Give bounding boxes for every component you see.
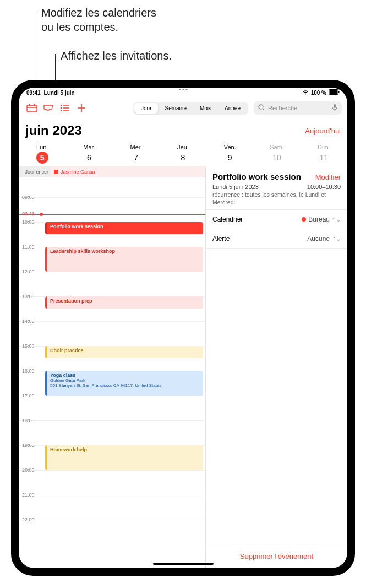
- seg-week[interactable]: Semaine: [158, 103, 193, 114]
- svg-line-16: [263, 109, 264, 110]
- seg-day[interactable]: Jour: [134, 103, 158, 114]
- hour-label: 17:00: [22, 393, 35, 398]
- detail-calendar-row[interactable]: Calendrier Bureau ⌃⌄: [206, 210, 347, 229]
- detail-alert-value: Aucune: [307, 235, 330, 242]
- hour-label: 18:00: [22, 418, 35, 423]
- event-yoga-class[interactable]: Yoga class Golden Gate Park 501 Stanyan …: [45, 371, 203, 396]
- month-header: juin 2023 Aujourd'hui: [19, 118, 347, 141]
- allday-event[interactable]: Jasmine Garcia: [51, 166, 205, 177]
- hour-label: 14:00: [22, 319, 35, 324]
- battery-text: 100 %: [311, 90, 326, 96]
- detail-alert-label: Alerte: [212, 235, 230, 242]
- svg-rect-5: [29, 104, 30, 106]
- weekday-mon[interactable]: Lun. 5: [19, 144, 65, 164]
- today-button[interactable]: Aujourd'hui: [305, 127, 341, 135]
- allday-label: Jour entier: [19, 166, 51, 177]
- seg-year[interactable]: Année: [218, 103, 247, 114]
- svg-point-15: [259, 105, 263, 109]
- event-presentation-prep[interactable]: Presentation prep: [45, 296, 203, 309]
- delete-event-button[interactable]: Supprimer l'évènement: [206, 544, 347, 568]
- detail-recurrence: récurrence : toutes les semaines, le Lun…: [212, 191, 341, 206]
- seg-month[interactable]: Mois: [193, 103, 218, 114]
- hour-label: 22:00: [22, 517, 35, 522]
- search-placeholder: Recherche: [268, 105, 329, 111]
- toolbar: Jour Semaine Mois Année Recherche: [19, 98, 347, 118]
- ipad-frame: 09:41 Lundi 5 juin 100 %: [11, 80, 355, 576]
- svg-rect-1: [330, 90, 338, 94]
- hour-label: 21:00: [22, 492, 35, 498]
- weekday-wed[interactable]: Mer. 7: [113, 144, 160, 164]
- hour-label: 13:00: [22, 294, 35, 299]
- month-title: juin 2023: [25, 123, 82, 138]
- weekday-row: Lun. 5 Mar. 6 Mer. 7 Jeu. 8 Ven. 9: [19, 141, 347, 166]
- timeline[interactable]: Jour entier Jasmine Garcia 09:00 10:00 1…: [19, 166, 206, 568]
- weekday-sun[interactable]: Dim. 11: [301, 144, 347, 164]
- callout-modify-calendars: Modifiez les calendriers ou les comptes.: [41, 6, 156, 34]
- screen: 09:41 Lundi 5 juin 100 %: [19, 88, 347, 568]
- event-homework-help[interactable]: Homework help: [45, 445, 203, 470]
- svg-rect-3: [27, 105, 37, 112]
- weekday-tue[interactable]: Mar. 6: [65, 144, 112, 164]
- hour-label: 16:00: [22, 368, 35, 374]
- status-bar: 09:41 Lundi 5 juin 100 %: [19, 88, 347, 98]
- list-icon[interactable]: [57, 100, 73, 116]
- hour-label: 15:00: [22, 343, 35, 349]
- battery-icon: [329, 89, 340, 96]
- svg-point-7: [61, 105, 62, 106]
- hour-label: 12:00: [22, 269, 35, 274]
- inbox-icon[interactable]: [41, 100, 56, 116]
- hour-label: 11:00: [22, 244, 35, 250]
- detail-time: 10:00–10:30: [307, 184, 341, 190]
- edit-button[interactable]: Modifier: [315, 173, 341, 181]
- event-leadership-skills-workshop[interactable]: Leadership skills workshop: [45, 247, 203, 272]
- svg-point-11: [61, 110, 62, 112]
- calendars-icon[interactable]: [24, 100, 40, 116]
- svg-point-9: [61, 107, 62, 109]
- search-input[interactable]: Recherche: [254, 101, 342, 115]
- svg-rect-2: [338, 91, 340, 93]
- add-icon[interactable]: [74, 100, 89, 116]
- timeline-body[interactable]: 09:00 10:00 11:00 12:00 13:00 14:00 15:0…: [19, 177, 205, 568]
- detail-title: Portfolio work session: [212, 172, 301, 181]
- svg-rect-6: [34, 104, 35, 106]
- weekday-thu[interactable]: Jeu. 8: [160, 144, 206, 164]
- hour-label: 19:00: [22, 443, 35, 448]
- event-choir-practice[interactable]: Choir practice: [45, 346, 203, 358]
- detail-calendar-label: Calendrier: [212, 215, 243, 223]
- svg-rect-17: [334, 104, 336, 108]
- detail-alert-row[interactable]: Alerte Aucune ⌃⌄: [206, 229, 347, 249]
- multitask-icon[interactable]: [179, 89, 187, 90]
- event-detail-panel: Portfolio work session Modifier Lundi 5 …: [206, 166, 347, 568]
- allday-row: Jour entier Jasmine Garcia: [19, 166, 205, 177]
- now-indicator: 09:41: [19, 214, 205, 215]
- chevron-icon: ⌃⌄: [332, 217, 341, 223]
- weekday-fri[interactable]: Ven. 9: [206, 144, 253, 164]
- calendar-color-dot: [302, 217, 306, 222]
- hour-label: 09:00: [22, 195, 35, 200]
- wifi-icon: [302, 90, 309, 96]
- search-icon: [258, 104, 265, 112]
- view-segmented-control: Jour Semaine Mois Année: [133, 102, 248, 115]
- event-portfolio-work-session[interactable]: Portfolio work session: [45, 222, 203, 234]
- detail-calendar-value: Bureau: [308, 215, 330, 223]
- status-date: Lundi 5 juin: [44, 90, 75, 96]
- weekday-sat[interactable]: Sam. 10: [253, 144, 300, 164]
- hour-label: 20:00: [22, 467, 35, 473]
- hour-label: 10:00: [22, 219, 35, 225]
- home-indicator[interactable]: [153, 563, 214, 565]
- detail-date: Lundi 5 juin 2023: [212, 184, 259, 190]
- mic-icon[interactable]: [332, 104, 337, 112]
- chevron-icon: ⌃⌄: [332, 236, 341, 242]
- callout-show-invitations: Affichez les invitations.: [61, 48, 172, 63]
- status-time: 09:41: [26, 90, 41, 96]
